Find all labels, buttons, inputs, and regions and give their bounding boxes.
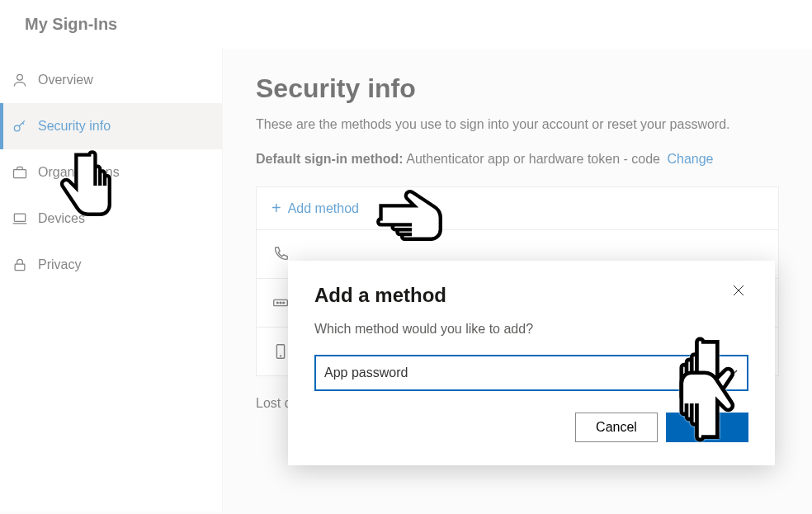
close-icon[interactable] — [732, 284, 748, 300]
dropdown-value: App password — [324, 365, 408, 380]
chevron-down-icon — [729, 365, 739, 380]
dialog-title: Add a method — [314, 284, 446, 307]
modal-overlay: Add a method Which method would you like… — [0, 0, 812, 514]
add-method-dialog: Add a method Which method would you like… — [288, 261, 775, 465]
cancel-button[interactable]: Cancel — [575, 413, 658, 442]
add-button[interactable]: Add — [666, 413, 748, 442]
method-dropdown[interactable]: App password — [314, 355, 748, 391]
dialog-prompt: Which method would you like to add? — [314, 322, 748, 337]
